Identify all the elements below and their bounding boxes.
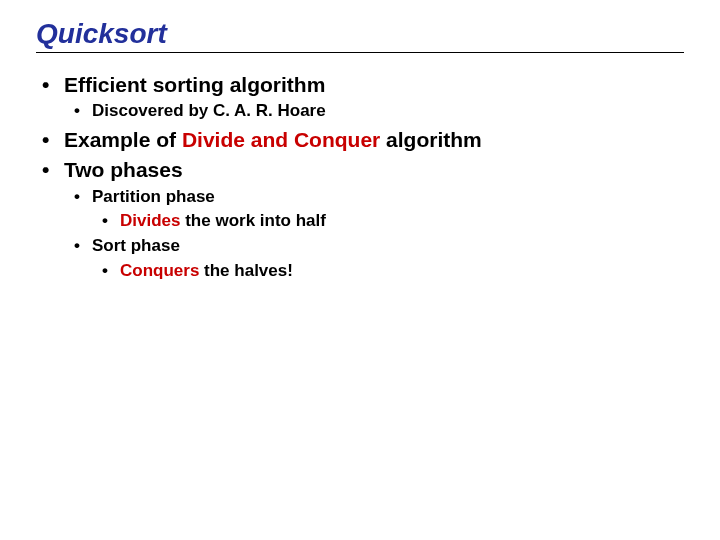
- bullet-text: Sort phase: [92, 236, 180, 255]
- bullet-conquers: Conquers the halves!: [92, 259, 684, 284]
- bullet-list: Efficient sorting algorithm Discovered b…: [36, 71, 684, 283]
- bullet-text-red: Divides: [120, 211, 180, 230]
- bullet-two-phases: Two phases Partition phase Divides the w…: [36, 156, 684, 283]
- bullet-text: Efficient sorting algorithm: [64, 73, 325, 96]
- bullet-hoare: Discovered by C. A. R. Hoare: [64, 99, 684, 124]
- bullet-text-post: the work into half: [180, 211, 325, 230]
- bullet-partition-phase: Partition phase Divides the work into ha…: [64, 185, 684, 234]
- bullet-text-red: Divide and Conquer: [182, 128, 380, 151]
- bullet-text-pre: Example of: [64, 128, 182, 151]
- bullet-sort-phase: Sort phase Conquers the halves!: [64, 234, 684, 283]
- bullet-efficient: Efficient sorting algorithm Discovered b…: [36, 71, 684, 124]
- bullet-text-red: Conquers: [120, 261, 199, 280]
- title-underline: [36, 52, 684, 53]
- bullet-divide-conquer: Example of Divide and Conquer algorithm: [36, 126, 684, 154]
- slide-title: Quicksort: [36, 18, 684, 50]
- slide: Quicksort Efficient sorting algorithm Di…: [0, 0, 720, 321]
- bullet-divides: Divides the work into half: [92, 209, 684, 234]
- bullet-text: Partition phase: [92, 187, 215, 206]
- bullet-text: Discovered by C. A. R. Hoare: [92, 101, 326, 120]
- bullet-text-post: algorithm: [380, 128, 482, 151]
- bullet-text: Two phases: [64, 158, 183, 181]
- bullet-text-post: the halves!: [199, 261, 293, 280]
